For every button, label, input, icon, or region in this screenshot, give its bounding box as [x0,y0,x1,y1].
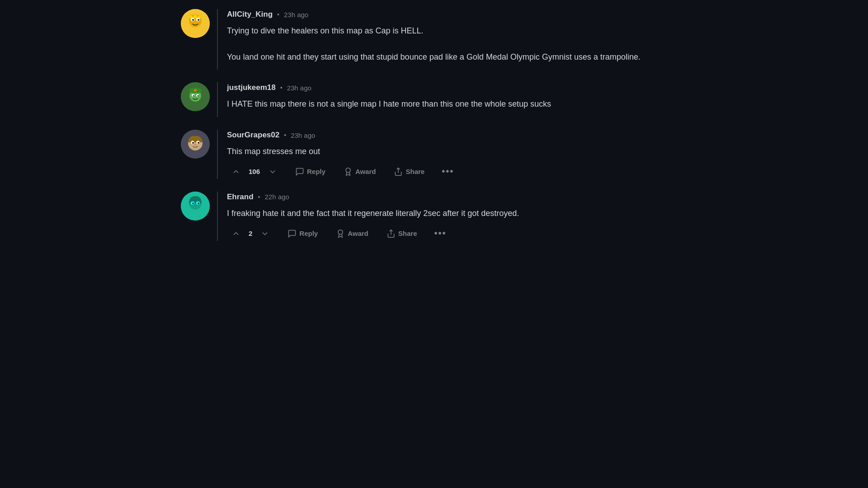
downvote-icon [260,229,269,238]
svg-point-22 [346,168,350,173]
justjukeem-username: justjukeem18 [227,83,276,92]
ehrand-reply-button[interactable]: Reply [283,226,322,241]
ehrand-comment-content: Ehrand • 22h ago I freaking hate it and … [217,192,750,241]
ehrand-dot: • [258,193,260,201]
justjukeem18-avatar [181,82,210,111]
svg-point-30 [338,230,343,234]
sourgrapes-vote-count: 106 [249,168,260,175]
sourgrapes-reply-button[interactable]: Reply [291,164,330,179]
upvote-icon [231,167,241,176]
ehrand-avatar [181,192,210,221]
svg-point-21 [194,144,196,145]
ehrand-upvote-button[interactable] [227,226,245,241]
sourgrapes-username: SourGrapes02 [227,131,279,140]
svg-point-19 [192,142,194,144]
allcity-comment-header: AllCity_King • 23h ago [227,10,750,19]
svg-point-5 [198,19,199,21]
sourgrapes-dot: • [284,131,286,139]
justjukeem-body-line-1: I HATE this map there is not a single ma… [227,98,750,111]
allcity-timestamp: 23h ago [284,11,308,19]
allcity-king-avatar [181,9,210,38]
sourgrapes-award-label: Award [355,168,376,175]
sourgrapes-upvote-button[interactable] [227,164,245,179]
svg-point-13 [193,95,194,97]
reply-icon [295,167,304,176]
sourgrapes-vote-section: 106 [227,164,282,179]
sourgrapes-more-button[interactable]: ••• [438,164,458,178]
svg-point-29 [198,202,199,204]
ehrand-award-label: Award [348,230,368,237]
sourgrapes-timestamp: 23h ago [291,131,315,139]
sourgrapes-comment-body: This map stresses me out [227,145,750,158]
reply-icon [288,229,297,238]
allcity-comment-content: AllCity_King • 23h ago Trying to dive th… [217,9,750,70]
sourgrapes-award-button[interactable]: Award [339,164,381,179]
allcity-comment-body: Trying to dive the healers on this map a… [227,24,750,63]
allcity-username: AllCity_King [227,10,273,19]
sourgrapes-actions: 106 Reply [227,164,750,179]
award-icon [344,167,353,176]
allcity-dot: • [277,11,279,18]
ehrand-vote-count: 2 [249,230,252,237]
ehrand-downvote-button[interactable] [256,226,274,241]
svg-point-28 [192,202,194,204]
share-icon [394,167,403,176]
award-icon [336,229,345,238]
comment-ehrand: Ehrand • 22h ago I freaking hate it and … [118,192,750,241]
justjukeem-comment-header: justjukeem18 • 23h ago [227,83,750,92]
comment-sourgrapes: SourGrapes02 • 23h ago This map stresses… [118,130,750,179]
ehrand-share-button[interactable]: Share [382,226,422,241]
sourgrapes-downvote-button[interactable] [264,164,282,179]
sourgrapes-comment-content: SourGrapes02 • 23h ago This map stresses… [217,130,750,179]
justjukeem-timestamp: 23h ago [287,84,311,92]
downvote-icon [268,167,277,176]
sourgrapes-share-button[interactable]: Share [389,164,429,179]
sourgrapes02-avatar [181,130,210,159]
ehrand-comment-header: Ehrand • 22h ago [227,192,750,202]
ehrand-more-button[interactable]: ••• [430,226,450,240]
sourgrapes-comment-header: SourGrapes02 • 23h ago [227,131,750,140]
ehrand-username: Ehrand [227,192,254,202]
sourgrapes-reply-label: Reply [307,168,326,175]
ehrand-award-button[interactable]: Award [331,226,373,241]
ehrand-share-label: Share [398,230,417,237]
allcity-body-line-2: You land one hit and they start using th… [227,51,750,64]
comment-allcity: AllCity_King • 23h ago Trying to dive th… [118,9,750,70]
comments-container: AllCity_King • 23h ago Trying to dive th… [118,0,750,263]
justjukeem-dot: • [280,84,283,91]
ehrand-reply-label: Reply [299,230,318,237]
svg-point-4 [192,19,194,21]
ehrand-vote-section: 2 [227,226,274,241]
sourgrapes-body-line-1: This map stresses me out [227,145,750,158]
ehrand-actions: 2 Reply [227,226,750,241]
justjukeem-comment-content: justjukeem18 • 23h ago I HATE this map t… [217,82,750,117]
svg-point-10 [194,89,197,92]
allcity-body-line-1: Trying to dive the healers on this map a… [227,24,750,38]
justjukeem-comment-body: I HATE this map there is not a single ma… [227,98,750,111]
svg-point-20 [198,142,199,144]
ehrand-comment-body: I freaking hate it and the fact that it … [227,207,750,220]
svg-point-14 [198,95,199,97]
sourgrapes-share-label: Share [406,168,425,175]
ehrand-timestamp: 22h ago [264,193,289,201]
comment-justjukeem: justjukeem18 • 23h ago I HATE this map t… [118,82,750,117]
share-icon [387,229,396,238]
ehrand-body-line-1: I freaking hate it and the fact that it … [227,207,750,220]
upvote-icon [231,229,241,238]
